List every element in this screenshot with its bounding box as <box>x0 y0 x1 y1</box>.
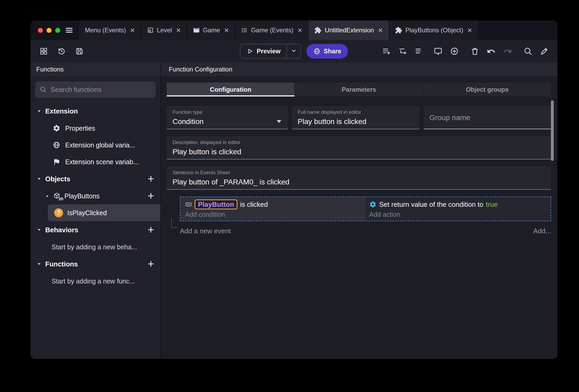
tab-game[interactable]: Game × <box>187 20 235 40</box>
add-object-button[interactable]: + <box>148 173 154 184</box>
section-label: Objects <box>45 175 144 183</box>
functions-sidebar: Functions Extension <box>31 63 161 359</box>
add-more-button[interactable]: Add... <box>533 227 551 235</box>
close-icon[interactable]: × <box>468 26 472 34</box>
vertical-scrollbar[interactable] <box>551 100 554 161</box>
search-functions-box[interactable] <box>35 81 156 98</box>
undo-icon[interactable] <box>485 45 497 57</box>
puzzle-icon <box>395 27 402 34</box>
play-icon <box>246 48 253 55</box>
section-functions[interactable]: Functions + <box>31 255 160 273</box>
add-function-button[interactable]: + <box>148 259 154 270</box>
close-icon[interactable]: × <box>176 26 181 34</box>
tab-label: Object groups <box>466 86 509 93</box>
sidebar-item-isplayclicked[interactable]: ? IsPlayClicked <box>48 204 160 221</box>
field-value: Condition <box>172 117 282 126</box>
trash-icon[interactable] <box>469 45 481 57</box>
close-window-button[interactable] <box>38 28 43 33</box>
tab-playbuttons-object[interactable]: PlayButtons (Object) × <box>389 20 479 40</box>
main-title: Function Configuration <box>169 66 232 73</box>
search-functions-input[interactable] <box>50 86 151 94</box>
field-value: Play button is clicked <box>298 117 414 126</box>
main-menu-icon[interactable] <box>65 20 73 40</box>
tab-untitled-extension[interactable]: UntitledExtension × <box>308 20 389 40</box>
tab-level[interactable]: Level × <box>141 20 187 40</box>
event-actions[interactable]: Set return value of the condition to tru… <box>365 197 551 221</box>
section-behaviors[interactable]: Behaviors + <box>31 221 160 239</box>
tab-configuration[interactable]: Configuration <box>167 82 295 96</box>
chevron-down-icon[interactable] <box>45 192 49 200</box>
chevron-down-icon[interactable] <box>37 177 42 181</box>
tab-object-groups[interactable]: Object groups <box>423 82 551 96</box>
search-icon[interactable] <box>522 45 534 57</box>
field-value: Play button is clicked <box>172 148 545 156</box>
add-action-link[interactable]: Add action <box>369 211 400 218</box>
section-objects[interactable]: Objects + <box>31 170 160 188</box>
add-other-events-icon[interactable] <box>413 45 425 57</box>
add-event-icon[interactable] <box>381 45 392 57</box>
sidebar-item-properties[interactable]: Properties <box>31 120 160 137</box>
preview-button[interactable]: Preview <box>240 44 301 59</box>
add-object-function-button[interactable]: + <box>148 190 154 202</box>
full-name-field[interactable]: Full name displayed in editor Play butto… <box>292 106 419 129</box>
add-behavior-button[interactable]: + <box>148 224 154 235</box>
globe-icon <box>313 48 321 55</box>
gear-icon <box>53 124 60 132</box>
item-label: IsPlayClicked <box>67 209 107 217</box>
add-subevent-icon[interactable] <box>397 45 409 57</box>
chevron-down-icon <box>277 120 281 123</box>
description-field[interactable]: Description, displayed in editor Play bu… <box>167 136 551 159</box>
tab-menu-events[interactable]: Menu (Events) × <box>79 20 141 40</box>
section-extension[interactable]: Extension <box>31 102 160 120</box>
event-conditions[interactable]: PlayButton is clicked Add condition <box>180 197 365 221</box>
minimize-window-button[interactable] <box>47 28 52 33</box>
add-comment-icon[interactable] <box>432 45 444 57</box>
function-type-select[interactable]: Function type Condition <box>167 106 288 129</box>
preview-options-button[interactable] <box>286 44 301 58</box>
functions-empty-state[interactable]: Start by adding a new func... <box>31 273 160 290</box>
tab-parameters[interactable]: Parameters <box>295 82 423 96</box>
field-value: Play button of _PARAM0_ is clicked <box>172 178 545 186</box>
tab-game-events[interactable]: Game (Events) × <box>235 20 308 40</box>
sidebar-item-playbuttons[interactable]: 2D PlayButtons + <box>31 188 160 204</box>
chevron-down-icon <box>290 47 297 55</box>
condition-object-chip[interactable]: PlayButton <box>195 199 237 210</box>
tab-label: PlayButtons (Object) <box>405 27 463 34</box>
history-icon[interactable] <box>56 45 67 57</box>
chevron-down-icon[interactable] <box>37 228 42 232</box>
project-manager-icon[interactable] <box>38 45 49 57</box>
selected-event[interactable]: PlayButton is clicked Add condition <box>180 197 551 221</box>
app-window: Menu (Events) × Level × Game × <box>31 20 557 359</box>
share-button[interactable]: Share <box>306 44 348 59</box>
zoom-window-button[interactable] <box>55 28 60 33</box>
tab-label: Parameters <box>342 86 376 93</box>
badge-2d: 2D <box>59 197 63 201</box>
sentence-field[interactable]: Sentence in Events Sheet Play button of … <box>167 166 551 190</box>
redo-icon[interactable] <box>502 45 513 57</box>
close-icon[interactable]: × <box>298 26 302 34</box>
globe-icon <box>53 141 60 149</box>
action-value: true <box>486 200 498 209</box>
chevron-down-icon[interactable] <box>37 109 42 114</box>
chevron-down-icon[interactable] <box>37 262 42 266</box>
save-icon[interactable] <box>74 45 85 57</box>
toolbar: Preview Share <box>31 40 557 63</box>
object-2d-icon: 2D <box>53 192 61 200</box>
action-text: Set return value of the condition to <box>379 200 483 209</box>
scene-icon <box>147 27 154 34</box>
window-tab-bar: Menu (Events) × Level × Game × <box>31 20 557 40</box>
sidebar-item-scene-variables[interactable]: Extension scene variab... <box>31 153 160 170</box>
close-icon[interactable]: × <box>378 26 383 34</box>
puzzle-icon <box>314 27 322 34</box>
close-icon[interactable]: × <box>130 26 135 34</box>
magic-pen-icon[interactable] <box>539 45 550 57</box>
add-circle-icon[interactable] <box>449 45 460 57</box>
add-new-event-link[interactable]: Add a new event <box>180 227 231 235</box>
behaviors-empty-state[interactable]: Start by adding a new beha... <box>31 239 160 255</box>
close-icon[interactable]: × <box>224 26 229 34</box>
group-name-field[interactable]: Group name <box>424 106 551 129</box>
add-condition-link[interactable]: Add condition <box>185 211 225 218</box>
sidebar-title: Functions <box>36 66 64 73</box>
item-label: Extension scene variab... <box>65 158 139 166</box>
sidebar-item-global-variables[interactable]: Extension global varia... <box>31 137 160 153</box>
